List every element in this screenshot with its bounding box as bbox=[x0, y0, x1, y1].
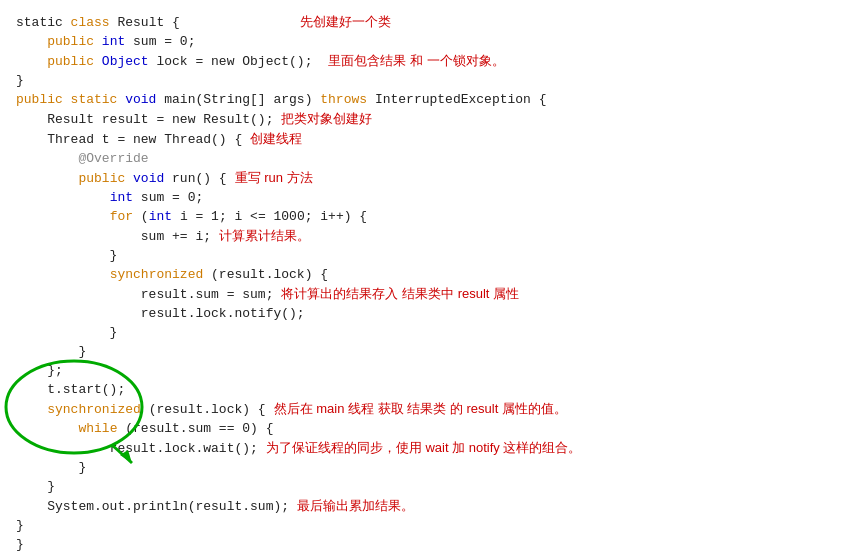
code-line-5: public static void main(String[] args) t… bbox=[16, 90, 836, 109]
code-line-17: } bbox=[16, 323, 836, 342]
code-line-21: synchronized (result.lock) { 然后在 main 线程… bbox=[16, 399, 836, 419]
code-line-1: static class Result { 先创建好一个类 bbox=[16, 12, 836, 32]
annotation-1: 先创建好一个类 bbox=[300, 12, 391, 31]
code-line-28: } bbox=[16, 535, 836, 554]
code-line-15: result.sum = sum; 将计算出的结果存入 结果类中 result … bbox=[16, 284, 836, 304]
code-line-10: int sum = 0; bbox=[16, 188, 836, 207]
code-line-6: Result result = new Result(); 把类对象创建好 bbox=[16, 109, 836, 129]
code-line-12: sum += i; 计算累计结果。 bbox=[16, 226, 836, 246]
code-line-9: public void run() { 重写 run 方法 bbox=[16, 168, 836, 188]
annotation-9: 重写 run 方法 bbox=[235, 168, 313, 187]
annotation-23: 为了保证线程的同步，使用 wait 加 notify 这样的组合。 bbox=[266, 438, 582, 457]
code-line-23: result.lock.wait(); 为了保证线程的同步，使用 wait 加 … bbox=[16, 438, 836, 458]
code-line-7: Thread t = new Thread() { 创建线程 bbox=[16, 129, 836, 149]
code-line-11: for (int i = 1; i <= 1000; i++) { bbox=[16, 207, 836, 226]
annotation-3: 里面包含结果 和 一个锁对象。 bbox=[328, 51, 504, 70]
code-line-2: public int sum = 0; bbox=[16, 32, 836, 51]
code-line-20: t.start(); bbox=[16, 380, 836, 399]
code-line-22: while (result.sum == 0) { bbox=[16, 419, 836, 438]
code-line-27: } bbox=[16, 516, 836, 535]
annotation-26: 最后输出累加结果。 bbox=[297, 496, 414, 515]
annotation-12: 计算累计结果。 bbox=[219, 226, 310, 245]
code-line-24: } bbox=[16, 458, 836, 477]
code-line-14: synchronized (result.lock) { bbox=[16, 265, 836, 284]
code-line-3: public Object lock = new Object(); 里面包含结… bbox=[16, 51, 836, 71]
annotation-6: 把类对象创建好 bbox=[281, 109, 372, 128]
annotation-7: 创建线程 bbox=[250, 129, 302, 148]
code-line-8: @Override bbox=[16, 149, 836, 168]
code-editor: static class Result { 先创建好一个类 public int… bbox=[0, 0, 852, 556]
code-line-4: } bbox=[16, 71, 836, 90]
code-line-19: }; bbox=[16, 361, 836, 380]
code-line-18: } bbox=[16, 342, 836, 361]
annotation-15: 将计算出的结果存入 结果类中 result 属性 bbox=[281, 284, 519, 303]
code-line-13: } bbox=[16, 246, 836, 265]
code-line-16: result.lock.notify(); bbox=[16, 304, 836, 323]
code-line-26: System.out.println(result.sum); 最后输出累加结果… bbox=[16, 496, 836, 516]
code-line-25: } bbox=[16, 477, 836, 496]
annotation-21: 然后在 main 线程 获取 结果类 的 result 属性的值。 bbox=[274, 399, 567, 418]
